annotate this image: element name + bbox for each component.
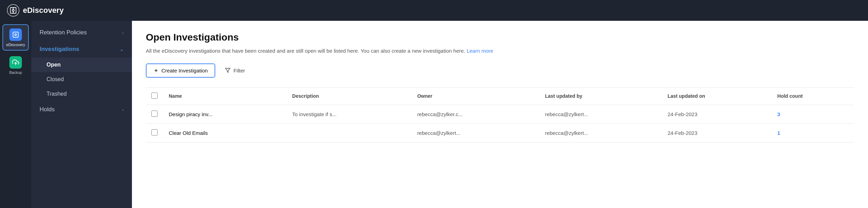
header-hold-count: Hold count bbox=[772, 87, 854, 105]
app-name: eDiscovery bbox=[23, 6, 64, 15]
nav-sidebar: Retention Policies › Investigations ⌄ Op… bbox=[31, 21, 132, 208]
chevron-right-holds-icon: › bbox=[122, 107, 124, 112]
closed-label: Closed bbox=[47, 76, 64, 82]
header-name: Name bbox=[163, 87, 287, 105]
row-checkbox-0[interactable] bbox=[151, 111, 158, 117]
app-logo: eDiscovery bbox=[7, 4, 64, 17]
row-name[interactable]: Clear Old Emails bbox=[163, 123, 287, 142]
trashed-label: Trashed bbox=[47, 91, 67, 97]
table-row: Clear Old Emails rebecca@zylkert... rebe… bbox=[146, 123, 854, 142]
table-body: Design piracy inv... To investigate if s… bbox=[146, 105, 854, 142]
row-checkbox-1[interactable] bbox=[151, 129, 158, 136]
svg-point-3 bbox=[15, 34, 17, 35]
sidebar-icon-ediscovery[interactable]: eDiscovery bbox=[2, 24, 29, 51]
sidebar-subitem-closed[interactable]: Closed bbox=[31, 72, 132, 87]
content-area: Open Investigations All the eDiscovery i… bbox=[132, 21, 868, 208]
page-description-text: All the eDiscovery investigations that h… bbox=[146, 48, 465, 54]
row-owner: rebecca@zylker.c... bbox=[412, 105, 540, 123]
backup-icon bbox=[9, 56, 22, 69]
holds-label: Holds bbox=[40, 106, 55, 113]
page-description: All the eDiscovery investigations that h… bbox=[146, 47, 854, 55]
row-description: To investigate if s... bbox=[287, 105, 412, 123]
header-description: Description bbox=[287, 87, 412, 105]
icon-sidebar: eDiscovery Backup bbox=[0, 21, 31, 208]
row-hold-count[interactable]: 1 bbox=[772, 123, 854, 142]
top-bar: eDiscovery bbox=[0, 0, 868, 21]
sidebar-icon-backup[interactable]: Backup bbox=[2, 52, 29, 78]
header-checkbox-col bbox=[146, 87, 163, 105]
learn-more-link[interactable]: Learn more bbox=[467, 48, 493, 54]
sidebar-item-retention-policies[interactable]: Retention Policies › bbox=[31, 24, 132, 41]
sidebar-subitem-trashed[interactable]: Trashed bbox=[31, 87, 132, 101]
plus-icon bbox=[153, 68, 159, 73]
retention-policies-label: Retention Policies bbox=[40, 29, 87, 36]
table-header-row: Name Description Owner Last updated by L… bbox=[146, 87, 854, 105]
filter-button[interactable]: Filter bbox=[221, 64, 249, 77]
logo-icon bbox=[7, 4, 19, 17]
row-checkbox-cell bbox=[146, 123, 163, 142]
open-label: Open bbox=[47, 62, 61, 68]
table-row: Design piracy inv... To investigate if s… bbox=[146, 105, 854, 123]
svg-point-0 bbox=[12, 9, 14, 11]
row-last-updated-by: rebecca@zylkert... bbox=[540, 105, 662, 123]
filter-button-label: Filter bbox=[233, 68, 245, 73]
header-last-updated-by: Last updated by bbox=[540, 87, 662, 105]
select-all-checkbox[interactable] bbox=[151, 93, 158, 99]
chevron-right-icon: › bbox=[122, 30, 124, 35]
svg-marker-7 bbox=[226, 68, 230, 72]
create-button-label: Create Investigation bbox=[161, 68, 208, 73]
backup-nav-label: Backup bbox=[9, 70, 22, 75]
row-name[interactable]: Design piracy inv... bbox=[163, 105, 287, 123]
investigations-label: Investigations bbox=[40, 46, 79, 53]
sidebar-item-holds[interactable]: Holds › bbox=[31, 101, 132, 118]
header-owner: Owner bbox=[412, 87, 540, 105]
create-investigation-button[interactable]: Create Investigation bbox=[146, 63, 215, 78]
chevron-down-icon: ⌄ bbox=[120, 47, 124, 52]
header-last-updated-on: Last updated on bbox=[662, 87, 772, 105]
ediscovery-icon bbox=[9, 28, 22, 41]
sidebar-subitem-open[interactable]: Open bbox=[31, 58, 132, 72]
row-description bbox=[287, 123, 412, 142]
row-last-updated-on: 24-Feb-2023 bbox=[662, 105, 772, 123]
filter-icon bbox=[225, 68, 231, 73]
row-last-updated-by: rebecca@zylkert... bbox=[540, 123, 662, 142]
row-checkbox-cell bbox=[146, 105, 163, 123]
row-last-updated-on: 24-Feb-2023 bbox=[662, 123, 772, 142]
sidebar-item-investigations[interactable]: Investigations ⌄ bbox=[31, 41, 132, 58]
page-title: Open Investigations bbox=[146, 32, 854, 43]
toolbar: Create Investigation Filter bbox=[146, 63, 854, 78]
main-layout: eDiscovery Backup Retention Policies › I… bbox=[0, 21, 868, 208]
investigations-table: Name Description Owner Last updated by L… bbox=[146, 87, 854, 142]
ediscovery-nav-label: eDiscovery bbox=[6, 43, 25, 47]
row-hold-count[interactable]: 3 bbox=[772, 105, 854, 123]
row-owner: rebecca@zylkert... bbox=[412, 123, 540, 142]
